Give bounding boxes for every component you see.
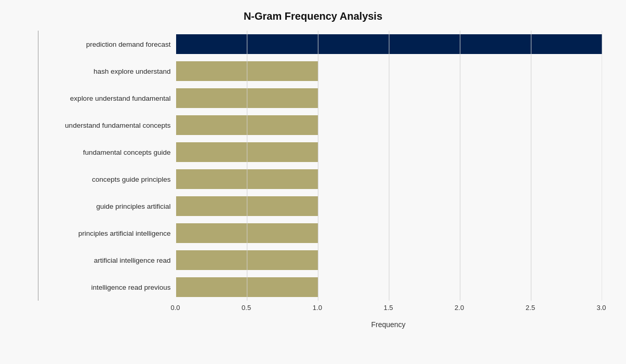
x-tick: 2.5 [526,304,535,312]
bar-rect [176,142,318,162]
bar-row: guide principles artificial [38,193,589,220]
bar-row: prediction demand forecast [38,31,589,58]
bar-label: concepts guide principles [38,176,176,183]
bar-row: principles artificial intelligence [38,220,589,247]
bar-label: prediction demand forecast [38,41,176,48]
bar-rect [176,88,318,108]
bar-row: understand fundamental concepts [38,112,589,139]
x-tick: 1.5 [383,304,393,312]
bar-label: guide principles artificial [38,203,176,210]
chart-title: N-Gram Frequency Analysis [38,10,589,22]
x-axis-label: Frequency [176,320,602,329]
bar-label: understand fundamental concepts [38,122,176,129]
bar-rect [176,196,318,216]
bar-rect [176,277,318,297]
bar-row: concepts guide principles [38,166,589,193]
x-tick: 1.0 [313,304,322,312]
x-tick: 3.0 [596,304,606,312]
bar-row: explore understand fundamental [38,85,589,112]
chart-container: N-Gram Frequency Analysis prediction dem… [28,5,599,360]
x-tick: 0.0 [170,304,180,312]
bar-rect [176,223,318,243]
bar-label: explore understand fundamental [38,95,176,102]
bar-label: intelligence read previous [38,284,176,291]
bar-label: hash explore understand [38,68,176,75]
x-tick: 2.0 [455,304,464,312]
bar-rect [176,115,318,135]
bar-rect [176,34,602,54]
chart-body: prediction demand forecasthash explore u… [38,31,589,329]
bar-row: fundamental concepts guide [38,139,589,166]
bar-rect [176,169,318,189]
bar-rect [176,250,318,270]
bar-row: artificial intelligence read [38,247,589,274]
bar-row: hash explore understand [38,58,589,85]
bar-label: principles artificial intelligence [38,230,176,237]
x-tick: 0.5 [242,304,251,312]
bar-rect [176,61,318,81]
x-axis-ticks: 0.00.51.01.52.02.53.0 [176,301,602,316]
bar-label: fundamental concepts guide [38,149,176,156]
bar-label: artificial intelligence read [38,257,176,264]
bar-row: intelligence read previous [38,274,589,301]
bars-group: prediction demand forecasthash explore u… [38,31,589,301]
